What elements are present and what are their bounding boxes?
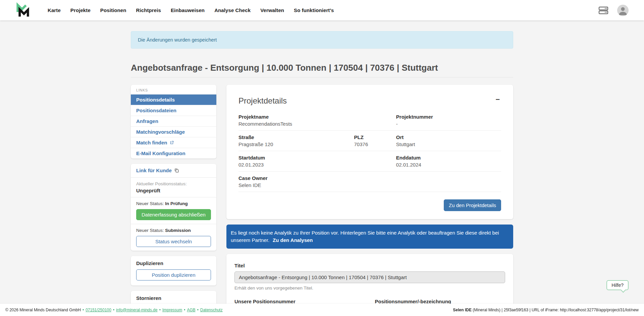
footer-separator: • <box>159 308 161 312</box>
mineral-minds-logo-icon <box>15 2 30 19</box>
project-detail-row: ProjektnameRecommendationsTestsProjektnu… <box>238 110 501 131</box>
cancel-card-title: Stornieren <box>136 295 211 301</box>
field-value: Pragstraße 120 <box>238 141 354 147</box>
project-detail-row: Case OwnerSelen IDE <box>238 172 501 192</box>
current-status-label: Aktueller Positionsstatus: <box>136 181 211 186</box>
sidebar-item-label: Anfragen <box>136 118 158 124</box>
session-user: Selen IDE <box>453 308 472 312</box>
sidebar-item-e-mail-konfiguration[interactable]: E-Mail Konfiguration <box>131 148 216 159</box>
main-content: Die Änderungen wurden gespeichert Angebo… <box>0 31 644 316</box>
main-nav: KarteProjektePositionenRichtpreisEinbauw… <box>48 7 334 13</box>
sidebar-item-label: E-Mail Konfiguration <box>136 150 185 156</box>
sidebar-item-matchingvorschl-ge[interactable]: Matchingvorschläge <box>131 126 216 137</box>
user-avatar-icon <box>617 5 629 16</box>
goto-analyses-link[interactable]: Zu den Analysen <box>273 237 313 243</box>
analytics-banner: Es liegt noch keine Analytik zu Ihrer Po… <box>226 225 513 249</box>
new-status-value: Submission <box>165 228 191 233</box>
project-detail-field: OrtStuttgart <box>396 134 501 147</box>
project-detail-row: StraßePragstraße 120PLZ70376OrtStuttgart <box>238 131 501 151</box>
external-link-icon <box>169 140 174 145</box>
project-detail-field: Enddatum02.01.2024 <box>396 155 501 168</box>
footer-link-agb[interactable]: AGB <box>187 308 195 312</box>
project-details-card: Projektdetails – ProjektnameRecommendati… <box>226 85 513 219</box>
field-value: RecommendationsTests <box>238 121 396 127</box>
page-title: Angebotsanfrage - Entsorgung | 10.000 To… <box>131 63 513 77</box>
new-status-label: Neuer Status: <box>136 228 164 233</box>
complete-data-entry-button[interactable]: Datenerfassung abschließen <box>136 209 211 220</box>
sidebar-item-match-finden[interactable]: Match finden <box>131 137 216 148</box>
goto-project-details-button[interactable]: Zu den Projektdetails <box>444 199 501 211</box>
title-field-label: Titel <box>234 263 505 268</box>
field-label: Case Owner <box>238 175 501 181</box>
footer-link-impressum[interactable]: Impressum <box>162 308 182 312</box>
duplicate-card-title: Duplizieren <box>136 260 211 266</box>
user-menu-button[interactable] <box>617 5 629 16</box>
nav-item-analyse-check[interactable]: Analyse Check <box>214 7 251 13</box>
help-button[interactable]: Hilfe? <box>606 280 629 290</box>
field-value: Selen IDE <box>238 182 501 188</box>
links-card: LINKS PositionsdetailsPositionsdateienAn… <box>131 85 216 159</box>
customer-link[interactable]: Link für Kunde <box>136 168 179 173</box>
nav-item-so-funktioniert-s[interactable]: So funktioniert's <box>294 7 334 13</box>
links-section-header: LINKS <box>131 85 216 94</box>
project-detail-field: Projektnummer- <box>396 114 501 127</box>
sidebar-item-positionsdateien[interactable]: Positionsdateien <box>131 105 216 116</box>
collapse-card-button[interactable]: – <box>494 94 501 104</box>
title-field-helper: Erhält den von uns vorgegebenen Titel. <box>234 286 505 291</box>
footer-links: •07151/250100•info@mineral-minds.de•Impr… <box>81 308 223 312</box>
sidebar-item-positionsdetails[interactable]: Positionsdetails <box>131 94 216 105</box>
banner-message: Es liegt noch keine Analytik zu Ihrer Po… <box>231 230 499 243</box>
header-actions <box>598 5 629 16</box>
field-value: 70376 <box>354 141 396 147</box>
success-alert: Die Änderungen wurden gespeichert <box>131 31 513 49</box>
duplicate-card: Duplizieren Position duplizieren <box>131 256 216 286</box>
app-footer: © 2026 Mineral Minds Deutschland GmbH•07… <box>0 304 644 316</box>
our-number-field-label: Unsere Positionsnummer <box>234 299 365 304</box>
nav-item-projekte[interactable]: Projekte <box>70 7 91 13</box>
project-detail-row: Startdatum02.01.2023Enddatum02.01.2024 <box>238 151 501 172</box>
footer-separator: • <box>83 308 84 312</box>
sidebar: LINKS PositionsdetailsPositionsdateienAn… <box>131 85 216 316</box>
app-logo[interactable] <box>15 2 30 19</box>
field-label: Enddatum <box>396 155 501 161</box>
footer-separator: • <box>197 308 199 312</box>
field-label: Projektnummer <box>396 114 501 120</box>
nav-item-positionen[interactable]: Positionen <box>100 7 126 13</box>
project-details-rows: ProjektnameRecommendationsTestsProjektnu… <box>238 110 501 192</box>
custom-number-field-label: Positionsnummer/-bezeichnung <box>375 299 505 304</box>
nav-item-richtpreis[interactable]: Richtpreis <box>136 7 161 13</box>
sidebar-item-label: Match finden <box>136 140 167 145</box>
sidebar-item-label: Positionsdateien <box>136 108 176 113</box>
project-detail-field: PLZ70376 <box>354 134 396 147</box>
environment-switcher-button[interactable] <box>598 6 608 15</box>
status-card: Link für Kunde Aktueller Positionsstatus… <box>131 164 216 251</box>
field-value: 02.01.2023 <box>238 162 396 168</box>
field-value: 02.01.2024 <box>396 162 501 168</box>
nav-item-verwalten[interactable]: Verwalten <box>260 7 284 13</box>
alert-message: Die Änderungen wurden gespeichert <box>138 37 217 43</box>
project-detail-field: ProjektnameRecommendationsTests <box>238 114 396 127</box>
nav-item-karte[interactable]: Karte <box>48 7 61 13</box>
project-detail-field: Case OwnerSelen IDE <box>238 175 501 188</box>
nav-item-einbauweisen[interactable]: Einbauweisen <box>171 7 205 13</box>
project-detail-field: StraßePragstraße 120 <box>238 134 354 147</box>
session-details: (Mineral Minds) | 25f3ae59f163 | URL of … <box>472 308 639 312</box>
footer-link-07151-250100[interactable]: 07151/250100 <box>86 308 111 312</box>
project-details-title: Projektdetails <box>238 96 287 106</box>
footer-link-info-mineral-minds-de[interactable]: info@mineral-minds.de <box>116 308 158 312</box>
footer-legal: © 2026 Mineral Minds Deutschland GmbH•07… <box>5 308 223 312</box>
current-status-value: Ungeprüft <box>136 188 211 193</box>
title-input <box>234 271 505 283</box>
copy-icon <box>174 168 179 173</box>
duplicate-position-button[interactable]: Position duplizieren <box>136 269 211 280</box>
footer-link-datenschutz[interactable]: Datenschutz <box>200 308 223 312</box>
content-column: Projektdetails – ProjektnameRecommendati… <box>226 85 513 316</box>
new-status-line: Neuer Status: Submission <box>136 228 211 233</box>
project-detail-field: Startdatum02.01.2023 <box>238 155 396 168</box>
field-label: Straße <box>238 134 354 140</box>
new-status-value: In Prüfung <box>165 201 188 206</box>
sidebar-item-anfragen[interactable]: Anfragen <box>131 116 216 126</box>
sidebar-item-label: Positionsdetails <box>136 97 175 103</box>
new-status-label: Neuer Status: <box>136 201 164 206</box>
switch-status-button[interactable]: Status wechseln <box>136 236 211 247</box>
